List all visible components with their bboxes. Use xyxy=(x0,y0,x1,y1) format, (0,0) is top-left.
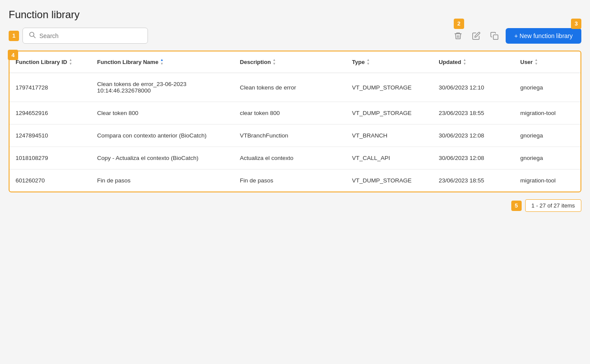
cell-type: VT_DUMP_STORAGE xyxy=(346,102,433,125)
toolbar-right: 2 xyxy=(451,28,581,44)
toolbar: 1 2 xyxy=(9,28,581,44)
cell-user: migration-tool xyxy=(514,102,580,125)
page-title: Function library xyxy=(9,9,581,21)
badge-3: 3 xyxy=(571,19,581,29)
cell-name: Clean tokens de error_23-06-2023 10:14:4… xyxy=(91,73,234,102)
sort-icons-updated: ▲ ▼ xyxy=(463,58,466,66)
sort-icons-name: ▲ ▼ xyxy=(160,58,164,66)
cell-type: VT_DUMP_STORAGE xyxy=(346,73,433,102)
table-row[interactable]: 1294652916 Clear token 800 clear token 8… xyxy=(10,102,580,125)
cell-user: gnoriega xyxy=(514,73,580,102)
cell-type: VT_CALL_API xyxy=(346,147,433,169)
copy-button[interactable] xyxy=(487,29,501,43)
cell-type: VT_BRANCH xyxy=(346,125,433,147)
new-function-library-button[interactable]: + New function library xyxy=(506,28,581,44)
search-input[interactable] xyxy=(39,32,141,39)
table-header-row: Function Library ID ▲ ▼ Function Library… xyxy=(10,51,580,73)
cell-description: VTBranchFunction xyxy=(234,125,346,147)
cell-id: 1797417728 xyxy=(10,73,91,102)
cell-name: Clear token 800 xyxy=(91,102,234,125)
cell-updated: 30/06/2023 12:08 xyxy=(433,125,514,147)
table-row[interactable]: 601260270 Fin de pasos Fin de pasos VT_D… xyxy=(10,169,580,192)
svg-line-1 xyxy=(34,36,35,38)
cell-user: gnoriega xyxy=(514,147,580,169)
sort-icons-type: ▲ ▼ xyxy=(366,58,370,66)
cell-name: Compara con contexto anterior (BioCatch) xyxy=(91,125,234,147)
col-header-user[interactable]: User ▲ ▼ xyxy=(514,51,580,73)
table-row[interactable]: 1247894510 Compara con contexto anterior… xyxy=(10,125,580,147)
cell-name: Fin de pasos xyxy=(91,169,234,192)
cell-description: Clean tokens de error xyxy=(234,73,346,102)
function-library-table: Function Library ID ▲ ▼ Function Library… xyxy=(9,51,581,192)
col-header-type[interactable]: Type ▲ ▼ xyxy=(346,51,433,73)
footer-bar: 5 1 - 27 of 27 items xyxy=(9,192,581,214)
cell-updated: 30/06/2023 12:10 xyxy=(433,73,514,102)
cell-user: migration-tool xyxy=(514,169,580,192)
data-table: Function Library ID ▲ ▼ Function Library… xyxy=(10,51,580,192)
cell-updated: 23/06/2023 18:55 xyxy=(433,102,514,125)
badge-1: 1 xyxy=(9,31,19,41)
sort-icons-id: ▲ ▼ xyxy=(69,58,72,66)
cell-updated: 23/06/2023 18:55 xyxy=(433,169,514,192)
search-box[interactable] xyxy=(22,28,148,44)
sort-icons-desc: ▲ ▼ xyxy=(273,58,276,66)
svg-rect-4 xyxy=(493,35,498,39)
table-wrapper: 4 Function Library ID ▲ ▼ xyxy=(9,51,581,192)
cell-type: VT_DUMP_STORAGE xyxy=(346,169,433,192)
table-row[interactable]: 1018108279 Copy - Actualiza el contexto … xyxy=(10,147,580,169)
cell-id: 1294652916 xyxy=(10,102,91,125)
col-header-description[interactable]: Description ▲ ▼ xyxy=(234,51,346,73)
cell-id: 601260270 xyxy=(10,169,91,192)
table-row[interactable]: 1797417728 Clean tokens de error_23-06-2… xyxy=(10,73,580,102)
cell-id: 1018108279 xyxy=(10,147,91,169)
pagination-info: 1 - 27 of 27 items xyxy=(525,199,581,212)
toolbar-left: 1 xyxy=(9,28,148,44)
col-header-updated[interactable]: Updated ▲ ▼ xyxy=(433,51,514,73)
cell-updated: 30/06/2023 12:08 xyxy=(433,147,514,169)
col-header-name[interactable]: Function Library Name ▲ ▼ xyxy=(91,51,234,73)
badge-4: 4 xyxy=(8,50,18,60)
cell-id: 1247894510 xyxy=(10,125,91,147)
cell-user: gnoriega xyxy=(514,125,580,147)
cell-description: Fin de pasos xyxy=(234,169,346,192)
table-body: 1797417728 Clean tokens de error_23-06-2… xyxy=(10,73,580,192)
col-header-id[interactable]: Function Library ID ▲ ▼ xyxy=(10,51,91,73)
badge-5: 5 xyxy=(511,201,522,211)
cell-description: Actualiza el contexto xyxy=(234,147,346,169)
delete-button[interactable] xyxy=(451,29,465,43)
badge-2: 2 xyxy=(454,19,464,29)
page-container: Function library 1 2 xyxy=(0,0,590,364)
cell-name: Copy - Actualiza el contexto (BioCatch) xyxy=(91,147,234,169)
cell-description: clear token 800 xyxy=(234,102,346,125)
edit-button[interactable] xyxy=(469,29,483,43)
search-icon xyxy=(29,32,36,40)
sort-icons-user: ▲ ▼ xyxy=(535,58,538,66)
